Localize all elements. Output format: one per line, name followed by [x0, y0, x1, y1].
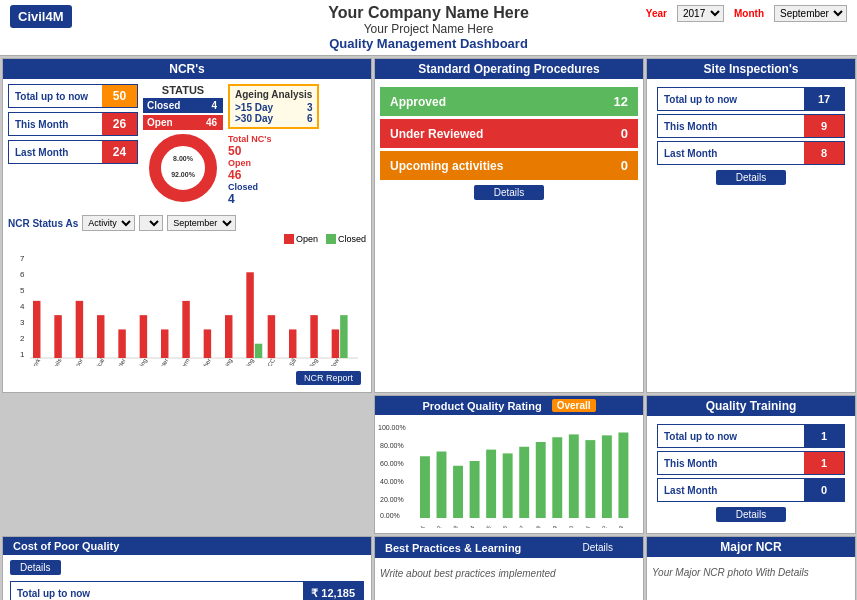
sop-upcoming-label: Upcoming activities: [390, 159, 503, 173]
svg-rect-30: [161, 329, 168, 358]
month-filter[interactable]: September: [167, 215, 236, 231]
svg-rect-24: [118, 329, 125, 358]
ncr-thismonth-value: 26: [102, 113, 137, 135]
ncr-header: NCR's: [3, 59, 371, 79]
qt-details-button[interactable]: Details: [716, 507, 787, 522]
svg-text:Location 10: Location 10: [555, 525, 574, 529]
si-total-box: Total up to now 17: [657, 87, 845, 111]
bpl-panel: Best Practices & Learning Details Write …: [374, 536, 644, 600]
svg-rect-15: [54, 315, 61, 358]
svg-rect-54: [332, 329, 339, 358]
bar-chart: 7 6 5 4 3 2 1 BrickworkCivilsDoorElectri…: [8, 246, 358, 366]
svg-text:Location 3: Location 3: [441, 525, 459, 529]
open-value: 46: [200, 115, 223, 130]
si-content: Total up to now 17 This Month 9 Last Mon…: [647, 79, 855, 195]
svg-text:Location 12: Location 12: [588, 525, 607, 529]
si-lastmonth-label: Last Month: [658, 143, 804, 164]
month-select[interactable]: SeptemberOctober: [774, 5, 847, 22]
qt-total-label: Total up to now: [658, 426, 804, 447]
copq-content: Details Total up to now ₹ 12,185 This Mo…: [3, 555, 371, 600]
si-thismonth-box: This Month 9: [657, 114, 845, 138]
svg-text:4: 4: [20, 302, 25, 311]
si-header: Site Inspection's: [647, 59, 855, 79]
svg-rect-43: [255, 344, 262, 358]
svg-rect-73: [503, 453, 513, 518]
svg-text:Location 6: Location 6: [491, 525, 509, 529]
ncr-total-label: Total up to now: [9, 87, 102, 106]
svg-text:40.00%: 40.00%: [380, 478, 404, 485]
svg-text:Plumbing: Plumbing: [216, 358, 234, 367]
svg-text:5: 5: [20, 286, 25, 295]
si-lastmonth-value: 8: [804, 142, 844, 164]
svg-text:7: 7: [20, 254, 25, 263]
svg-text:Flooring: Flooring: [132, 358, 148, 367]
svg-text:RCC: RCC: [264, 357, 276, 366]
svg-text:Location 11: Location 11: [572, 525, 591, 529]
activity-filter[interactable]: Activity: [82, 215, 135, 231]
svg-rect-83: [585, 440, 595, 518]
qt-lastmonth-label: Last Month: [658, 480, 804, 501]
svg-text:6: 6: [20, 270, 25, 279]
bpl-placeholder: Write about best practices implemented: [375, 558, 643, 589]
svg-text:92.00%: 92.00%: [171, 171, 196, 178]
svg-rect-12: [33, 301, 40, 358]
ageing-30-row: >30 Day 6: [235, 113, 312, 124]
sop-approved-value: 12: [614, 94, 628, 109]
ncr-lastmonth-box: Last Month 24: [8, 140, 138, 164]
si-lastmonth-box: Last Month 8: [657, 141, 845, 165]
donut-chart: 8.00% 92.00%: [148, 133, 218, 203]
svg-rect-81: [569, 434, 579, 518]
year-select[interactable]: 20172018: [677, 5, 724, 22]
svg-point-0: [155, 140, 211, 196]
legend-open: Open: [284, 234, 318, 244]
copq-total-label: Total up to now: [11, 583, 303, 600]
ncr-report-button[interactable]: NCR Report: [296, 371, 361, 385]
pqr-overall-badge: Overall: [552, 399, 596, 412]
svg-rect-63: [420, 456, 430, 518]
ncr-total-value: 50: [102, 85, 137, 107]
sop-panel: Standard Operating Procedures Approved 1…: [374, 58, 644, 393]
si-details-button[interactable]: Details: [716, 170, 787, 185]
ageing-15-label: >15 Day: [235, 102, 273, 113]
sub-filter[interactable]: [139, 215, 163, 231]
svg-text:Location 8: Location 8: [524, 525, 542, 529]
svg-text:Door: Door: [72, 358, 84, 367]
major-ncr-placeholder: Your Major NCR photo With Details: [647, 557, 855, 588]
pqr-panel: Product Quality Rating Overall 100.00% 8…: [374, 395, 644, 534]
ncr-panel: NCR's Total up to now 50 This Month 26 L…: [2, 58, 372, 393]
copq-title: Cost of Poor Quality: [13, 540, 119, 552]
svg-text:Rating: Rating: [241, 358, 255, 367]
ncr-chart-area: NCR Status As Activity September Open Cl…: [3, 211, 371, 392]
sop-upcoming-button[interactable]: Upcoming activities 0: [380, 151, 638, 180]
sop-header: Standard Operating Procedures: [375, 59, 643, 79]
svg-rect-27: [140, 315, 147, 358]
svg-text:100.00%: 100.00%: [378, 424, 406, 431]
svg-text:Window: Window: [324, 357, 340, 366]
svg-rect-55: [340, 315, 347, 358]
sop-approved-button[interactable]: Approved 12: [380, 87, 638, 116]
sop-details-button[interactable]: Details: [474, 185, 545, 200]
pqr-chart: 100.00% 80.00% 60.00% 40.00% 20.00% 0.00…: [378, 418, 638, 528]
sop-reviewed-button[interactable]: Under Reviewed 0: [380, 119, 638, 148]
site-inspection-panel: Site Inspection's Total up to now 17 Thi…: [646, 58, 856, 393]
closed-value: 4: [205, 98, 223, 113]
svg-rect-21: [97, 315, 104, 358]
bpl-details-button[interactable]: Details: [562, 540, 633, 555]
ncr-lastmonth-value: 24: [102, 141, 137, 163]
si-thismonth-value: 9: [804, 115, 844, 137]
svg-text:Location 2: Location 2: [424, 525, 442, 529]
ageing-15-row: >15 Day 3: [235, 102, 312, 113]
closed-stat: Closed 4: [228, 182, 319, 206]
qt-content: Total up to now 1 This Month 1 Last Mont…: [647, 416, 855, 532]
major-ncr-header: Major NCR: [647, 537, 855, 557]
copq-details-button[interactable]: Details: [10, 560, 61, 575]
copq-header: Cost of Poor Quality: [3, 537, 371, 555]
qt-thismonth-box: This Month 1: [657, 451, 845, 475]
legend-row: Open Closed: [8, 234, 366, 244]
month-label: Month: [734, 8, 764, 19]
qt-thismonth-value: 1: [804, 452, 844, 474]
svg-text:3: 3: [20, 318, 25, 327]
svg-text:Location 7: Location 7: [507, 525, 525, 529]
sop-reviewed-label: Under Reviewed: [390, 127, 483, 141]
si-thismonth-label: This Month: [658, 116, 804, 137]
